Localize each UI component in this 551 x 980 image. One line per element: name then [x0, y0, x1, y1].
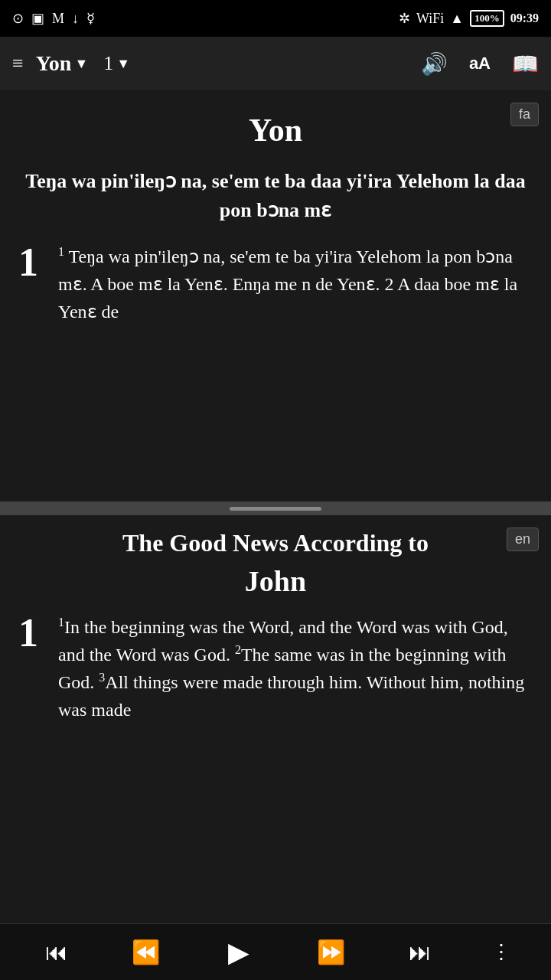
bottom-pane: en The Good News According to John 1 1In… — [0, 515, 551, 923]
skip-forward-button[interactable]: ⏭ — [402, 939, 439, 965]
status-icons-right: ✲ WiFi ▲ 100% 09:39 — [399, 10, 539, 27]
book-title-line2-bottom: John — [18, 564, 533, 598]
app-icon-android: ☿ — [86, 10, 95, 27]
play-button[interactable]: ▶ — [217, 936, 260, 969]
chapter-number-bottom: 1 — [18, 613, 49, 653]
chapter-selector[interactable]: 1 ▼ — [103, 52, 130, 75]
chapter-number-top: 1 — [18, 243, 49, 283]
player-bar: ⏮ ⏪ ▶ ⏩ ⏭ ⋮ — [0, 923, 551, 980]
font-size-button[interactable]: aA — [469, 54, 491, 74]
verse-content-bottom: 1In the beginning was the Word, and the … — [58, 613, 533, 724]
signal-icon: ▲ — [450, 11, 464, 27]
chapter-num-label: 1 — [103, 52, 113, 75]
verse-body-top: Teŋa wa pin'ileŋɔ na, se'em te ba yi'ira… — [58, 247, 517, 322]
app-icon-mail: M — [52, 11, 64, 27]
rewind-button[interactable]: ⏪ — [128, 939, 165, 965]
clock: 09:39 — [510, 11, 539, 25]
bluetooth-icon: ✲ — [399, 10, 410, 27]
app-toolbar: ≡ Yon ▼ 1 ▼ 🔊 aA 📖 — [0, 37, 551, 90]
verse-sup-1-bottom: 1 — [58, 616, 64, 629]
verse-content-top: 1 Teŋa wa pin'ileŋɔ na, se'em te ba yi'i… — [58, 243, 533, 325]
app-icon-1: ⊙ — [12, 10, 24, 27]
lang-badge-bottom[interactable]: en — [507, 528, 539, 551]
top-pane: fa Yon Teŋa wa pin'ileŋɔ na, se'em te ba… — [0, 90, 551, 501]
pane-divider[interactable] — [0, 501, 551, 515]
book-title-top: Yon — [18, 112, 533, 149]
skip-back-button[interactable]: ⏮ — [38, 939, 75, 965]
battery-indicator: 100% — [470, 10, 504, 27]
verse-text-3-bottom: All things were made through him. Withou… — [58, 672, 524, 720]
status-icons-left: ⊙ ▣ M ↓ ☿ — [12, 10, 95, 27]
verse-sup-1-top: 1 — [58, 245, 64, 258]
book-selector[interactable]: Yon ▼ — [36, 51, 89, 76]
divider-handle — [230, 507, 321, 511]
verse-block-bottom: 1 1In the beginning was the Word, and th… — [18, 613, 533, 724]
verse-sup-2-bottom: 2 — [235, 643, 241, 656]
menu-button[interactable]: ≡ — [12, 54, 24, 74]
book-dropdown-arrow: ▼ — [74, 56, 88, 72]
chapter-subtitle-top: Teŋa wa pin'ileŋɔ na, se'em te ba daa yi… — [18, 167, 533, 224]
reading-view-button[interactable]: 📖 — [512, 51, 539, 77]
book-title-line1-bottom: The Good News According to — [18, 528, 533, 560]
book-name-label: Yon — [36, 51, 72, 76]
more-options-button[interactable]: ⋮ — [491, 940, 513, 964]
verse-block-top: 1 1 Teŋa wa pin'ileŋɔ na, se'em te ba yi… — [18, 243, 533, 325]
volume-button[interactable]: 🔊 — [421, 51, 448, 77]
chapter-dropdown-arrow: ▼ — [116, 56, 130, 72]
wifi-icon: WiFi — [416, 11, 444, 27]
content-area: fa Yon Teŋa wa pin'ileŋɔ na, se'em te ba… — [0, 90, 551, 923]
app-icon-2: ▣ — [31, 10, 44, 27]
forward-button[interactable]: ⏩ — [312, 939, 349, 965]
lang-badge-top[interactable]: fa — [510, 103, 539, 126]
status-bar: ⊙ ▣ M ↓ ☿ ✲ WiFi ▲ 100% 09:39 — [0, 0, 551, 37]
app-icon-download: ↓ — [72, 11, 79, 27]
